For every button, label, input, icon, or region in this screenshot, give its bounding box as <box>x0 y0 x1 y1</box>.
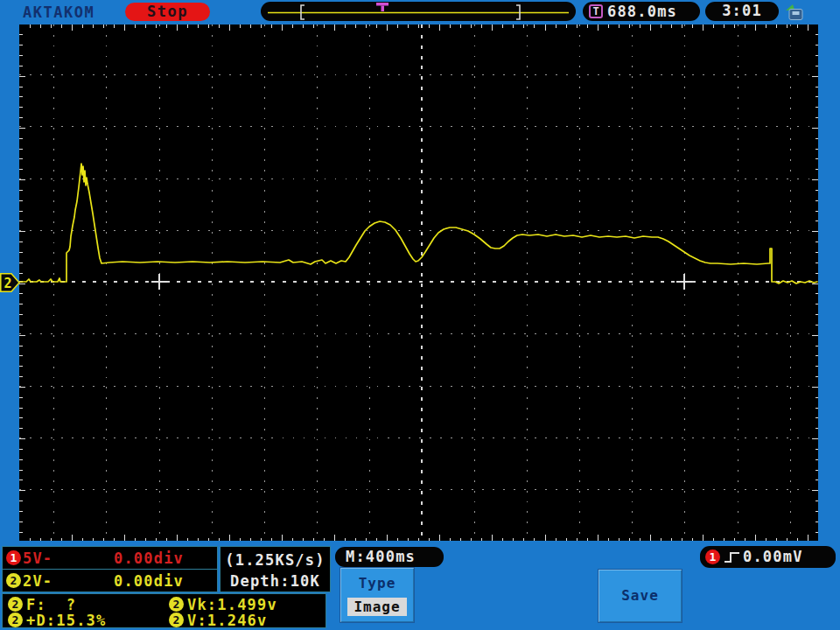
record-depth: Depth:10K <box>220 570 330 592</box>
ch1-scale: 5V- <box>23 550 52 567</box>
horizontal-position-bar[interactable] <box>261 2 576 21</box>
ch1-offset: 0.00div <box>114 550 184 567</box>
waveform-screen <box>19 24 818 541</box>
trigger-level-value: 0.00mV <box>743 548 803 566</box>
measurement-voltage: 2 V:1.246v <box>169 612 318 629</box>
ch2-offset: 0.00div <box>114 572 184 590</box>
timebase-pill: M:400ms <box>335 547 444 567</box>
sample-rate: (1.25KS/s) <box>220 550 330 570</box>
ch1-badge: 1 <box>6 550 21 565</box>
measurement-vk: 2 Vk:1.499v <box>169 596 318 613</box>
acquisition-status-badge: Stop <box>125 3 210 21</box>
type-value[interactable]: Image <box>347 598 406 616</box>
rising-edge-icon <box>724 550 741 564</box>
ch2-info-row: 2 2V- 0.00div <box>2 569 218 592</box>
measurements-box: 2 F: ? 2 Vk:1.499v 2 +D:15.3% 2 V:1.246v <box>2 593 326 628</box>
type-label: Type <box>340 575 414 592</box>
clock: 3:01 <box>705 2 779 21</box>
channel2-level-marker[interactable]: 2 <box>0 273 20 292</box>
softkey-save-button[interactable]: Save <box>598 569 682 623</box>
softkey-type-button[interactable]: Type Image <box>340 567 415 623</box>
oscilloscope-ui: { "top_bar": { "brand": "AKTAKOM", "acqu… <box>0 0 840 630</box>
trigger-channel-badge: 1 <box>705 550 720 564</box>
usb-disk-icon <box>784 3 805 21</box>
trigger-time-pill: T 688.0ms <box>583 2 700 21</box>
waveform-trace-channel2 <box>20 164 817 284</box>
ch1-info-row: 1 5V- 0.00div <box>2 546 218 570</box>
top-bar: AKTAKOM Stop T 688.0ms 3:01 <box>0 0 840 24</box>
trigger-time-value: 688.0ms <box>607 4 677 19</box>
sample-rate-box: (1.25KS/s) Depth:10K <box>220 546 331 592</box>
svg-text:2: 2 <box>4 276 12 291</box>
measurement-duty: 2 +D:15.3% <box>8 612 148 629</box>
ch2-badge: 2 <box>6 573 21 588</box>
trigger-level-pill: 1 0.00mV <box>700 546 836 568</box>
ch2-scale: 2V- <box>23 572 52 590</box>
brand-logo: AKTAKOM <box>23 4 94 21</box>
measurement-frequency: 2 F: ? <box>8 596 148 613</box>
trigger-type-icon: T <box>589 4 603 18</box>
oscilloscope-grid <box>19 24 818 541</box>
